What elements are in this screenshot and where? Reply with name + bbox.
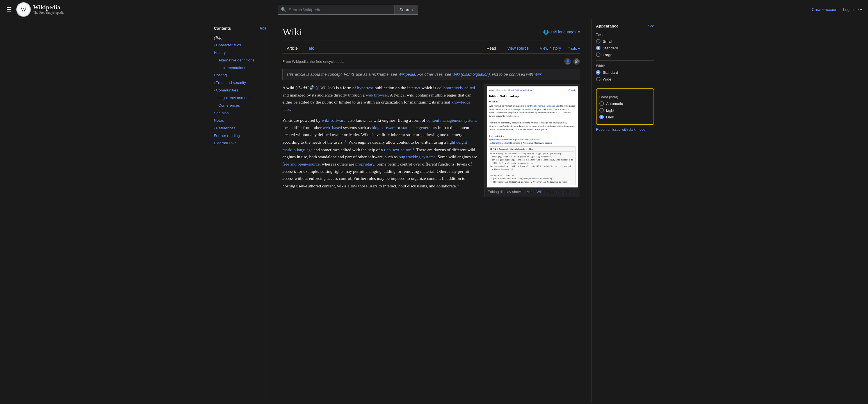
text-standard-radio[interactable] bbox=[596, 46, 600, 50]
page-header: Wiki 🌐 145 languages ▾ bbox=[282, 26, 580, 40]
ssg-link[interactable]: static site generators bbox=[401, 125, 437, 130]
wiki-software-link[interactable]: wiki software bbox=[322, 118, 346, 123]
tab-view-source[interactable]: View source bbox=[503, 44, 533, 53]
ref2[interactable]: [2] bbox=[411, 147, 415, 150]
contents-header: Contents hide bbox=[214, 26, 267, 31]
width-radio-group: Standard Wide bbox=[596, 70, 654, 81]
sidebar-item-implementations[interactable]: Implementations bbox=[214, 64, 267, 72]
text-large-radio[interactable] bbox=[596, 53, 600, 57]
tab-read[interactable]: Read bbox=[482, 44, 500, 53]
search-input[interactable] bbox=[288, 5, 391, 14]
color-light-label: Light bbox=[606, 108, 614, 112]
ref3[interactable]: [3] bbox=[457, 183, 461, 186]
report-dark-mode-link[interactable]: Report an issue with dark mode bbox=[596, 128, 654, 132]
cms-link[interactable]: content management system bbox=[427, 118, 476, 123]
width-section-label: Width bbox=[596, 64, 654, 68]
user-icon[interactable]: 👤 bbox=[564, 58, 571, 65]
tools-dropdown[interactable]: Tools ▾ bbox=[568, 46, 580, 51]
hatnote-wikipedia-link[interactable]: Wikipedia bbox=[398, 72, 415, 77]
sidebar-item-legal-environment[interactable]: Legal environment bbox=[214, 94, 267, 102]
mock-preview-label: Preview bbox=[489, 100, 576, 104]
sidebar-item-communities[interactable]: › Communities bbox=[214, 87, 267, 94]
search-area: 🔍 Search bbox=[278, 5, 418, 14]
infobox-caption: Editing display showing MediaWiki markup… bbox=[487, 188, 578, 195]
hypertext-link[interactable]: hypertext bbox=[357, 85, 374, 90]
web-browser-link[interactable]: web browser bbox=[366, 93, 388, 97]
search-button[interactable]: Search bbox=[394, 5, 418, 14]
hatnote-text-before: This article is about the concept. For i… bbox=[286, 72, 398, 77]
header-right: Create account Log in ··· bbox=[812, 6, 862, 13]
internet-link[interactable]: internet bbox=[407, 85, 420, 90]
sidebar-item-top[interactable]: (Top) bbox=[214, 34, 267, 41]
intro-paragraph: A wiki (/ˈwɪki/ 🔊 ⓘ WI–kee) is a form of… bbox=[282, 84, 478, 113]
search-input-wrap: 🔍 bbox=[278, 5, 394, 14]
lang-count: 145 languages bbox=[551, 30, 576, 34]
sidebar-item-see-also[interactable]: See also bbox=[214, 109, 267, 117]
sidebar-item-trust-security[interactable]: › Trust and security bbox=[214, 79, 267, 87]
intro-bold: wiki bbox=[286, 85, 294, 90]
sidebar-item-notes[interactable]: Notes bbox=[214, 117, 267, 125]
blog-link[interactable]: blog software bbox=[372, 125, 396, 130]
appearance-hide-button[interactable]: hide bbox=[648, 24, 654, 28]
width-wide-radio[interactable] bbox=[596, 77, 600, 81]
bug-link[interactable]: bug tracking systems bbox=[399, 154, 435, 159]
more-options-icon[interactable]: ··· bbox=[858, 6, 862, 13]
rte-link[interactable]: rich–text editor bbox=[384, 147, 410, 152]
mock-body-text: Wiki markup or wikitext language is a li… bbox=[489, 104, 576, 145]
sidebar: Contents hide (Top) › Characteristics Hi… bbox=[210, 20, 271, 403]
page-title: Wiki bbox=[282, 26, 302, 38]
appearance-title: Appearance bbox=[596, 24, 618, 28]
sidebar-item-references[interactable]: › References bbox=[214, 125, 267, 132]
sidebar-item-history[interactable]: History bbox=[214, 49, 267, 57]
ref1[interactable]: [1] bbox=[344, 139, 347, 142]
text-large-option[interactable]: Large bbox=[596, 53, 654, 57]
width-standard-option[interactable]: Standard bbox=[596, 70, 654, 75]
color-auto-radio[interactable] bbox=[599, 101, 604, 106]
infobox-caption-link[interactable]: MediaWiki markup language bbox=[527, 190, 573, 194]
sidebar-item-hosting[interactable]: Hosting bbox=[214, 71, 267, 79]
logo-text: Wikipedia The Free Encyclopedia bbox=[33, 4, 64, 15]
login-link[interactable]: Log in bbox=[843, 7, 854, 12]
expand-icon-2: › bbox=[214, 81, 215, 85]
color-automatic-option[interactable]: Automatic bbox=[599, 101, 651, 106]
sidebar-item-alternative-definitions[interactable]: Alternative definitions bbox=[214, 57, 267, 64]
width-wide-option[interactable]: Wide bbox=[596, 77, 654, 81]
color-light-option[interactable]: Light bbox=[599, 108, 651, 112]
intro-pronunciation: /ˈwɪki/ bbox=[297, 85, 308, 90]
logo-title: Wikipedia bbox=[33, 4, 64, 11]
width-wide-label: Wide bbox=[603, 77, 612, 81]
sidebar-item-further-reading[interactable]: Further reading bbox=[214, 132, 267, 140]
audio-icon[interactable]: 🔊 bbox=[573, 58, 580, 65]
text-small-option[interactable]: Small bbox=[596, 39, 654, 43]
tab-view-history[interactable]: View history bbox=[535, 44, 565, 53]
color-dark-radio[interactable] bbox=[599, 115, 604, 119]
text-standard-option[interactable]: Standard bbox=[596, 46, 654, 50]
foss-link[interactable]: free and open–source bbox=[282, 162, 320, 166]
contents-hide-button[interactable]: hide bbox=[260, 26, 267, 30]
color-light-radio[interactable] bbox=[599, 108, 604, 112]
sidebar-item-conferences[interactable]: Conferences bbox=[214, 102, 267, 109]
main-content: Wiki 🌐 145 languages ▾ Article Talk Read… bbox=[271, 20, 591, 403]
main-layout: Contents hide (Top) › Characteristics Hi… bbox=[210, 20, 658, 403]
logo-link[interactable]: W Wikipedia The Free Encyclopedia bbox=[16, 2, 64, 17]
text-small-radio[interactable] bbox=[596, 39, 600, 43]
collaboratively-link[interactable]: collaboratively edited bbox=[437, 85, 475, 90]
info-btn[interactable]: ⓘ bbox=[315, 86, 319, 90]
color-dark-option[interactable]: Dark bbox=[599, 115, 651, 119]
sidebar-item-characteristics[interactable]: › Characteristics bbox=[214, 41, 267, 49]
hatnote-wiiki-link[interactable]: Wiiki bbox=[534, 72, 542, 77]
width-standard-radio[interactable] bbox=[596, 70, 600, 75]
intro-text5: publication on the bbox=[374, 85, 407, 90]
audio-btn[interactable]: 🔊 bbox=[309, 85, 315, 90]
tab-talk[interactable]: Talk bbox=[302, 44, 318, 53]
sidebar-item-external-links[interactable]: External links bbox=[214, 139, 267, 147]
menu-icon[interactable]: ☰ bbox=[6, 5, 13, 14]
create-account-link[interactable]: Create account bbox=[812, 7, 839, 12]
web-based-link[interactable]: web–based bbox=[322, 125, 342, 130]
proprietary-link[interactable]: proprietary bbox=[355, 162, 374, 166]
hatnote-disambiguation-link[interactable]: Wiki (disambiguation) bbox=[452, 72, 490, 77]
text-section-label: Text bbox=[596, 33, 654, 37]
language-button[interactable]: 🌐 145 languages ▾ bbox=[543, 30, 580, 35]
from-text: From Wikipedia, the free encyclopedia bbox=[282, 60, 344, 64]
tab-article[interactable]: Article bbox=[282, 44, 302, 53]
